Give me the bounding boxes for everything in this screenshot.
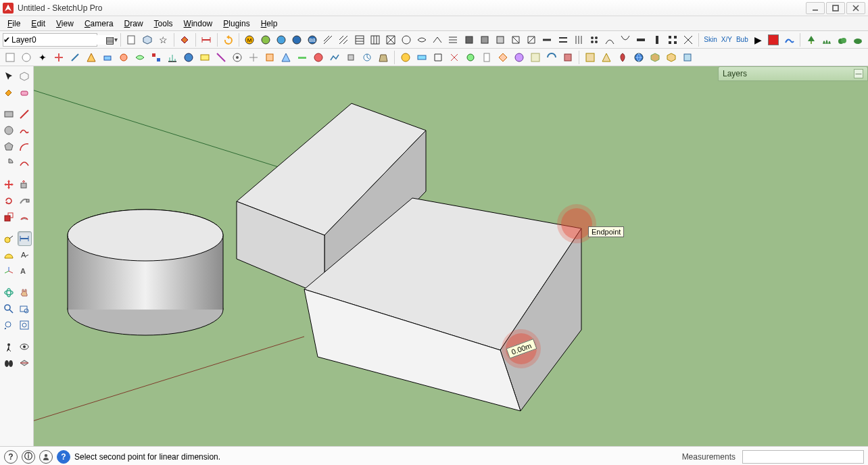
pattern-17[interactable] <box>571 32 585 47</box>
r2-btn-10[interactable] <box>149 50 164 65</box>
style-05[interactable]: BB <box>305 32 319 47</box>
menu-file[interactable]: File <box>2 18 26 30</box>
pattern-14[interactable] <box>525 32 539 47</box>
favorite-button[interactable]: ☆ <box>155 32 170 47</box>
menu-plugins[interactable]: Plugins <box>218 18 255 30</box>
pie-tool[interactable] <box>1 155 16 170</box>
new-model-button[interactable] <box>124 32 139 47</box>
viewport[interactable]: Endpoint 0.00m Layers — <box>34 66 868 446</box>
menu-tools[interactable]: Tools <box>149 18 178 30</box>
r2-btn-14[interactable] <box>214 50 228 65</box>
pattern-10[interactable] <box>462 32 476 47</box>
arc-tool[interactable] <box>18 139 32 154</box>
pattern-01[interactable] <box>321 32 335 47</box>
r2-btn-13[interactable] <box>197 50 212 65</box>
style-04[interactable] <box>289 32 304 47</box>
r2-btn-16[interactable] <box>246 50 261 65</box>
protractor-tool[interactable] <box>1 247 16 262</box>
text-tool[interactable]: A <box>18 247 32 262</box>
menu-window[interactable]: Window <box>178 18 218 30</box>
pushpull-tool[interactable] <box>18 177 32 192</box>
bubble-button[interactable]: Bub <box>735 32 750 47</box>
dimension-tool-button[interactable] <box>199 32 214 47</box>
xy-button[interactable]: X/Y <box>720 32 733 47</box>
r2-btn-02[interactable] <box>19 50 34 65</box>
pattern-20[interactable] <box>619 32 633 47</box>
pattern-02[interactable] <box>337 32 351 47</box>
line-tool[interactable] <box>18 107 32 122</box>
r2-btn-24[interactable] <box>376 50 391 65</box>
pattern-04[interactable] <box>368 32 382 47</box>
pattern-16[interactable] <box>556 32 570 47</box>
undo-button[interactable] <box>221 32 235 47</box>
offset-tool[interactable] <box>18 210 32 224</box>
pattern-11[interactable] <box>477 32 491 47</box>
style-02[interactable] <box>258 32 272 47</box>
style-03[interactable] <box>274 32 288 47</box>
r2-btn-31[interactable] <box>496 50 510 65</box>
r2-btn-12[interactable] <box>181 50 196 65</box>
3dtext-tool[interactable]: A <box>18 264 32 278</box>
r2-btn-06[interactable] <box>84 50 99 65</box>
layers-panel[interactable]: Layers — <box>718 66 868 81</box>
r2-btn-25[interactable] <box>398 50 413 65</box>
measurements-input[interactable] <box>742 450 864 464</box>
r2-btn-17[interactable] <box>262 50 277 65</box>
r2-btn-19[interactable] <box>295 50 310 65</box>
r2-btn-15[interactable] <box>230 50 245 65</box>
pattern-19[interactable] <box>602 32 617 47</box>
component-button[interactable] <box>140 32 154 47</box>
walk-tool[interactable] <box>1 356 16 370</box>
r2-btn-01[interactable] <box>3 50 18 65</box>
pattern-09[interactable] <box>446 32 460 47</box>
menu-view[interactable]: View <box>51 18 79 30</box>
tape-measure-tool[interactable] <box>1 231 16 246</box>
close-button[interactable] <box>846 2 865 14</box>
make-component-tool[interactable] <box>18 69 32 84</box>
pattern-07[interactable] <box>415 32 429 47</box>
r2-btn-05[interactable] <box>68 50 82 65</box>
layer-selector[interactable]: ✔ ▾ <box>3 33 97 47</box>
r2-btn-34[interactable] <box>544 50 559 65</box>
pattern-08[interactable] <box>431 32 445 47</box>
menu-edit[interactable]: Edit <box>26 18 51 30</box>
credits-button[interactable]: ⓘ <box>22 450 35 464</box>
maximize-button[interactable] <box>826 2 845 14</box>
play-button[interactable]: ▶ <box>751 32 765 47</box>
dimension-tool[interactable] <box>18 231 32 246</box>
pattern-15[interactable] <box>540 32 554 47</box>
paint-tool[interactable] <box>1 85 16 100</box>
grass-button[interactable] <box>819 32 834 47</box>
r2-btn-33[interactable] <box>528 50 543 65</box>
eraser-tool[interactable] <box>18 85 32 100</box>
stop-record-button[interactable] <box>767 32 781 47</box>
followme-tool[interactable] <box>18 193 32 208</box>
shrub-button[interactable] <box>851 32 865 47</box>
r2-btn-35[interactable] <box>560 50 575 65</box>
style-01[interactable]: M <box>243 32 257 47</box>
user-button[interactable] <box>39 450 53 464</box>
r2-btn-09[interactable] <box>132 50 147 65</box>
skin-button[interactable]: Skin <box>702 32 718 47</box>
menu-draw[interactable]: Draw <box>119 18 149 30</box>
r2-btn-41[interactable] <box>664 50 679 65</box>
r2-btn-36[interactable] <box>583 50 598 65</box>
r2-btn-18[interactable] <box>279 50 293 65</box>
layer-manager-button[interactable]: ▤ <box>103 32 117 47</box>
r2-btn-23[interactable] <box>360 50 375 65</box>
r2-btn-38[interactable] <box>615 50 630 65</box>
r2-btn-37[interactable] <box>599 50 614 65</box>
look-around-tool[interactable] <box>18 339 32 354</box>
r2-btn-08[interactable] <box>116 50 131 65</box>
r2-btn-04[interactable] <box>51 50 66 65</box>
r2-btn-22[interactable] <box>343 50 358 65</box>
paint-bucket-button[interactable] <box>178 32 192 47</box>
r2-btn-28[interactable] <box>447 50 462 65</box>
polygon-tool[interactable] <box>1 139 16 154</box>
pattern-21[interactable] <box>634 32 648 47</box>
r2-btn-30[interactable] <box>479 50 494 65</box>
pattern-18[interactable] <box>587 32 601 47</box>
zoom-previous-tool[interactable] <box>1 318 16 333</box>
r2-btn-21[interactable] <box>327 50 342 65</box>
r2-btn-20[interactable] <box>311 50 326 65</box>
